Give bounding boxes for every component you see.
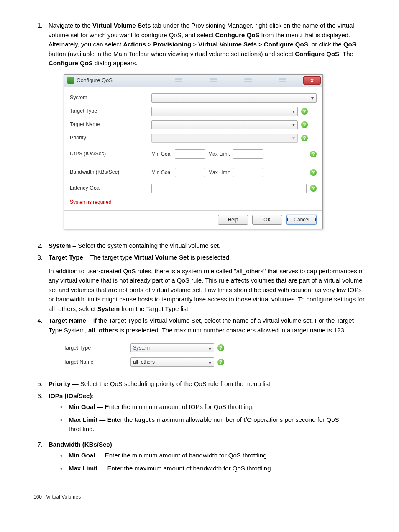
step-6-text: IOPs (IOs/Sec): Min Goal — Enter the min… (49, 391, 366, 437)
row-target-name: Target Name (70, 118, 317, 131)
close-button[interactable]: x (303, 76, 321, 85)
validation-error: System is required (70, 195, 317, 208)
list-item: Max Limit — Enter the target's maximum a… (60, 415, 366, 434)
system-combo[interactable] (151, 93, 317, 103)
iops-min-input[interactable] (175, 149, 205, 159)
label-priority: Priority (70, 134, 151, 142)
label-target-type: Target Type (70, 107, 151, 115)
step-7-text: Bandwidth (KBs/Sec): Min Goal — Enter th… (49, 440, 366, 477)
step-1-text: Navigate to the Virtual Volume Sets tab … (49, 21, 366, 239)
help-icon[interactable] (301, 121, 308, 128)
help-icon[interactable] (301, 108, 308, 115)
row-system: System (70, 91, 317, 105)
page-footer: 160 Virtual Volumes (33, 493, 366, 501)
help-button[interactable]: Help (218, 215, 248, 225)
target-name-combo[interactable]: all_others (130, 357, 214, 367)
target-selection-snippet: Target Type System Target Name all_other… (64, 341, 235, 369)
step-4-text: Target Name – If the Target Type is Virt… (49, 316, 366, 377)
bw-min-input[interactable] (175, 168, 205, 177)
app-icon (67, 77, 74, 84)
help-icon[interactable] (310, 169, 317, 176)
label-iops: IOPS (IOs/Sec) (70, 150, 151, 158)
list-item: Min Goal — Enter the minimum amount of I… (60, 402, 366, 412)
label-latency: Latency Goal (70, 184, 151, 192)
priority-combo[interactable] (151, 134, 298, 143)
label-bandwidth: Bandwidth (KBs/Sec) (70, 168, 151, 176)
step-number: 2. (33, 241, 49, 251)
row-iops: IOPS (IOs/Sec) Min Goal Max Limit (70, 145, 317, 163)
cancel-button[interactable]: Cancel (286, 215, 317, 225)
label-min-goal: Min Goal (151, 150, 171, 158)
row-latency: Latency Goal (70, 182, 317, 195)
step-2-text: System – Select the system containing th… (49, 241, 366, 251)
label-min-goal: Min Goal (151, 169, 171, 176)
help-icon[interactable] (310, 151, 317, 157)
step-number: 1. (33, 21, 49, 239)
step-3-text: Target Type – The target type Virtual Vo… (49, 253, 366, 314)
dialog-title: Configure QoS (77, 76, 175, 85)
list-item: Min Goal — Enter the minimum amount of b… (60, 451, 366, 460)
help-icon[interactable] (217, 344, 224, 351)
step-number: 7. (33, 440, 49, 477)
page-number: 160 (33, 494, 42, 500)
help-icon[interactable] (301, 135, 308, 141)
titlebar-decoration (175, 78, 303, 82)
label-max-limit: Max Limit (208, 150, 230, 158)
step-5-text: Priority — Select the QoS scheduling pri… (49, 379, 366, 389)
step-number: 5. (33, 379, 49, 389)
target-type-combo[interactable] (151, 107, 298, 116)
target-name-combo[interactable] (151, 120, 298, 129)
step-number: 4. (33, 316, 49, 377)
label-max-limit: Max Limit (208, 169, 230, 176)
row-target-type: Target Type (70, 105, 317, 118)
label-system: System (70, 94, 151, 102)
label-target-type: Target Type (64, 344, 130, 352)
list-item: Max Limit — Enter the maximum amount of … (60, 464, 366, 473)
help-icon[interactable] (310, 185, 317, 192)
row-priority: Priority (70, 131, 317, 145)
configure-qos-dialog: Configure QoS x System Target Type (64, 74, 323, 229)
label-target-name: Target Name (64, 358, 130, 366)
step-number: 6. (33, 391, 49, 437)
dialog-titlebar[interactable]: Configure QoS x (64, 75, 322, 87)
section-title: Virtual Volumes (46, 494, 81, 500)
latency-input[interactable] (151, 184, 307, 193)
row-bandwidth: Bandwidth (KBs/Sec) Min Goal Max Limit (70, 163, 317, 182)
help-icon[interactable] (217, 359, 224, 365)
step-number: 3. (33, 253, 49, 314)
target-type-combo[interactable]: System (130, 343, 214, 352)
iops-max-input[interactable] (233, 149, 263, 159)
ok-button[interactable]: OK (252, 215, 282, 225)
label-target-name: Target Name (70, 121, 151, 129)
bw-max-input[interactable] (233, 168, 263, 177)
